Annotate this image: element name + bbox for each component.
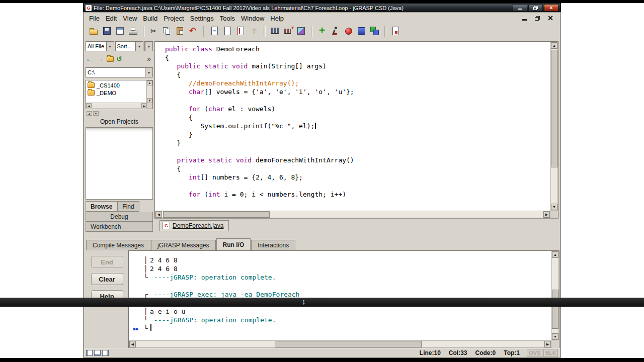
close-button[interactable]: ×	[544, 4, 558, 12]
frame-close-icon[interactable]	[547, 15, 554, 22]
paste-icon[interactable]	[175, 26, 187, 37]
pane-splitter[interactable]: ▲ ▼	[86, 109, 153, 117]
tab-run-i-o[interactable]: Run I/O	[216, 238, 251, 250]
output-vscrollbar[interactable]	[551, 251, 559, 340]
scroll-right-icon[interactable]	[544, 341, 551, 347]
forward-icon[interactable]	[96, 54, 104, 63]
save-icon[interactable]	[101, 26, 113, 37]
print-icon[interactable]	[127, 26, 139, 37]
cut-icon[interactable]	[148, 26, 160, 37]
restore-button[interactable]	[528, 4, 543, 12]
scroll-down-icon[interactable]: ▼	[147, 98, 152, 103]
freeze-icon[interactable]	[248, 26, 260, 37]
run-io-output[interactable]: │2 4 6 8│2 4 6 8└ ----jGRASP: operation …	[129, 251, 551, 340]
input-marker-icon[interactable]: ▶▶	[131, 324, 144, 333]
back-icon[interactable]	[86, 54, 94, 63]
sidebar-tab-browse[interactable]: Browse	[86, 201, 117, 212]
scroll-left-icon[interactable]: ◀	[86, 103, 92, 108]
sidebar-tab-find[interactable]: Find	[117, 201, 139, 212]
scroll-up-icon[interactable]	[551, 42, 557, 49]
menu-build[interactable]: Build	[140, 14, 160, 23]
up-folder-icon[interactable]	[107, 56, 114, 62]
open-icon[interactable]	[88, 26, 100, 37]
scroll-left-icon[interactable]	[155, 211, 162, 218]
menu-tools[interactable]: Tools	[217, 14, 238, 23]
run-io-icon[interactable]	[390, 26, 402, 37]
code-editor[interactable]: public class DemoForeach{ public static …	[154, 41, 558, 219]
tab-interactions[interactable]: Interactions	[251, 240, 295, 250]
compile-icon[interactable]	[316, 26, 329, 37]
output-text: ----jGRASP: operation complete.	[150, 273, 276, 282]
toggle-message-pane-icon[interactable]	[94, 350, 101, 356]
scroll-up-icon[interactable]	[552, 251, 558, 258]
scroll-right-icon[interactable]	[543, 211, 550, 218]
scroll-down-icon[interactable]	[552, 333, 558, 340]
scroll-left-icon[interactable]	[129, 341, 136, 347]
file-filter-dropdown[interactable]: All File	[86, 41, 114, 51]
clear-button[interactable]: Clear	[91, 273, 123, 285]
title-bar[interactable]: G File: DemoForeach.java C:\Users\Margre…	[83, 3, 561, 12]
scrollbar-corner	[551, 340, 559, 348]
open-projects-list[interactable]	[86, 127, 153, 200]
code-area[interactable]: public class DemoForeach{ public static …	[155, 42, 550, 211]
complexity-graph-icon[interactable]	[269, 26, 281, 37]
menu-help[interactable]: Help	[267, 14, 287, 23]
sidebar-tab-debug[interactable]: Debug	[86, 212, 153, 222]
frame-minimize-icon[interactable]	[521, 15, 528, 22]
browse-sidebar: All File Sort...	[86, 41, 153, 232]
file-tree-vscrollbar[interactable]: ▲ ▼	[146, 80, 152, 103]
menu-edit[interactable]: Edit	[103, 14, 120, 23]
copy-icon[interactable]	[162, 26, 174, 37]
hscroll-thumb[interactable]	[163, 211, 270, 218]
file-tab[interactable]: G DemoForeach.java	[159, 220, 229, 231]
sort-dropdown[interactable]: Sort...	[115, 41, 144, 51]
collapse-up-icon[interactable]: ▲	[87, 111, 92, 116]
code-segment	[165, 156, 177, 164]
vscroll-thumb[interactable]	[552, 290, 558, 329]
debug-icon[interactable]	[343, 26, 355, 37]
frame-restore-icon[interactable]	[534, 15, 541, 22]
more-options-dropdown[interactable]	[144, 41, 153, 51]
menu-project[interactable]: Project	[160, 14, 187, 23]
output-hscrollbar[interactable]	[129, 340, 551, 348]
code-segment: {	[165, 54, 169, 61]
file-browser-icon[interactable]	[114, 26, 126, 37]
collapse-down-icon[interactable]: ▼	[93, 111, 99, 116]
generate-csd-icon[interactable]	[209, 26, 221, 37]
file-tree[interactable]: _CS1400_DEMO ▲ ▼ ◀ ▶	[86, 80, 153, 109]
profile-graph-icon[interactable]	[282, 26, 294, 37]
editor-hscrollbar[interactable]	[155, 211, 550, 218]
break-icon[interactable]	[356, 26, 368, 37]
menu-settings[interactable]: Settings	[187, 14, 217, 23]
menu-window[interactable]: Window	[238, 14, 267, 23]
editor-vscrollbar[interactable]	[550, 42, 558, 211]
folder-row[interactable]: _CS1400	[86, 81, 147, 89]
tab-compile-messages[interactable]: Compile Messages	[86, 240, 150, 250]
scroll-up-icon[interactable]: ▲	[147, 80, 152, 85]
folder-row[interactable]: _DEMO	[86, 89, 147, 97]
undo-icon[interactable]	[188, 26, 200, 37]
hscroll-thumb[interactable]	[275, 341, 422, 347]
output-text: ----jGRASP: operation complete.	[150, 316, 276, 324]
toggle-browse-pane-icon[interactable]	[86, 350, 93, 356]
scroll-right-icon[interactable]: ▶	[141, 103, 147, 108]
sidebar-tab-workbench[interactable]: Workbench	[86, 222, 153, 232]
vscroll-thumb[interactable]	[551, 50, 557, 167]
scroll-down-icon[interactable]	[551, 204, 557, 210]
output-margin	[131, 273, 144, 282]
uml-icon[interactable]	[295, 26, 307, 37]
refresh-icon[interactable]	[116, 55, 122, 63]
tab-jgrasp-messages[interactable]: jGRASP Messages	[151, 240, 216, 250]
workbench-icon[interactable]	[369, 26, 381, 37]
minimize-button[interactable]	[513, 4, 527, 12]
path-dropdown[interactable]: C:\	[86, 67, 153, 77]
file-tree-hscrollbar[interactable]: ◀ ▶	[86, 103, 147, 109]
menu-view[interactable]: View	[120, 14, 140, 23]
menu-file[interactable]: File	[86, 14, 103, 23]
overflow-chevron-icon[interactable]	[147, 55, 153, 63]
remove-csd-icon[interactable]	[222, 26, 234, 37]
number-lines-icon[interactable]	[235, 26, 247, 37]
run-icon[interactable]	[330, 26, 342, 37]
toggle-workbench-pane-icon[interactable]	[102, 350, 109, 356]
horizontal-splitter[interactable]	[84, 232, 560, 239]
